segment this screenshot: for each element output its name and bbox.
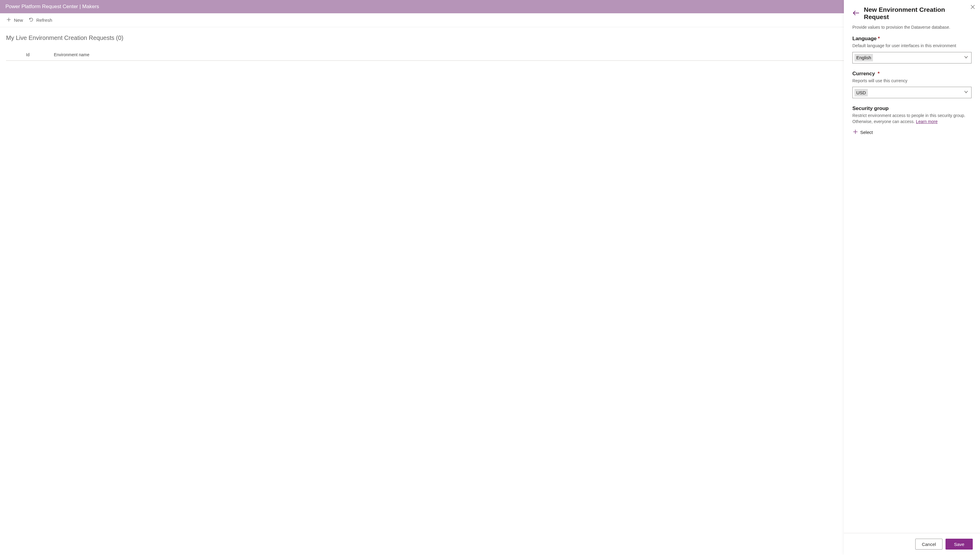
currency-group: Currency * Reports will use this currenc… — [852, 71, 972, 99]
panel-title: New Environment Creation Request — [864, 6, 972, 21]
command-bar: New Refresh — [0, 13, 980, 27]
main-content: My Live Environment Creation Requests (0… — [0, 27, 980, 68]
security-label: Security group — [852, 106, 972, 112]
language-label: Language* — [852, 36, 972, 42]
chevron-down-icon — [964, 55, 968, 61]
refresh-button[interactable]: Refresh — [28, 16, 53, 24]
grid-header: Id Environment name — [6, 49, 974, 61]
close-panel-button[interactable] — [969, 3, 977, 11]
panel-body: Provide values to provision the Datavers… — [844, 23, 980, 533]
panel-subtitle: Provide values to provision the Datavers… — [852, 25, 972, 30]
app-title: Power Platform Request Center | Makers — [5, 4, 99, 10]
security-select-button[interactable]: Select — [852, 128, 874, 137]
view-title: My Live Environment Creation Requests (0… — [6, 34, 974, 42]
refresh-icon — [29, 17, 34, 23]
required-asterisk: * — [877, 71, 880, 77]
grid-col-envname[interactable]: Environment name — [54, 52, 974, 57]
language-select[interactable]: English — [852, 52, 972, 64]
panel-header: New Environment Creation Request — [844, 0, 980, 23]
new-button-label: New — [14, 18, 23, 22]
learn-more-link[interactable]: Learn more — [916, 119, 938, 124]
security-hint: Restrict environment access to people in… — [852, 113, 972, 125]
save-button[interactable]: Save — [946, 539, 973, 550]
new-button[interactable]: New — [5, 16, 24, 24]
panel-footer: Cancel Save — [844, 533, 980, 555]
currency-select-value: USD — [855, 89, 868, 96]
plus-icon — [6, 17, 11, 23]
currency-label: Currency * — [852, 71, 972, 77]
language-hint: Default language for user interfaces in … — [852, 43, 972, 49]
back-button[interactable] — [852, 10, 860, 18]
chevron-down-icon — [964, 90, 968, 95]
close-icon — [970, 5, 975, 10]
currency-select[interactable]: USD — [852, 87, 972, 98]
required-asterisk: * — [878, 36, 880, 42]
plus-icon — [853, 129, 858, 135]
language-select-value: English — [855, 54, 873, 61]
cancel-button[interactable]: Cancel — [915, 539, 943, 550]
side-panel: New Environment Creation Request Provide… — [844, 0, 980, 555]
security-group: Security group Restrict environment acce… — [852, 106, 972, 137]
security-select-label: Select — [860, 130, 873, 135]
app-header: Power Platform Request Center | Makers — [0, 0, 980, 13]
arrow-left-icon — [852, 10, 860, 18]
refresh-button-label: Refresh — [36, 18, 52, 22]
currency-hint: Reports will use this currency — [852, 78, 972, 84]
language-group: Language* Default language for user inte… — [852, 36, 972, 64]
grid-col-id[interactable]: Id — [26, 52, 54, 57]
